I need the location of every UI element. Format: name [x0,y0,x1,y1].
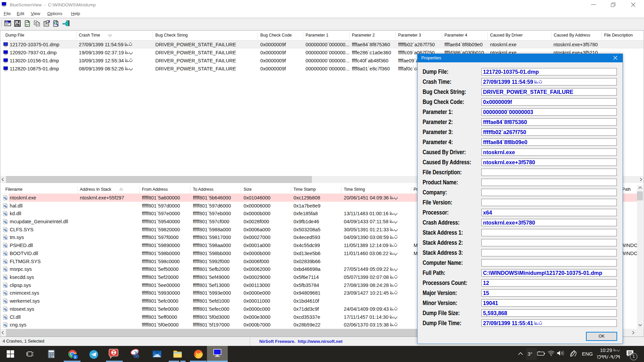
svg-text:k: k [74,355,76,359]
